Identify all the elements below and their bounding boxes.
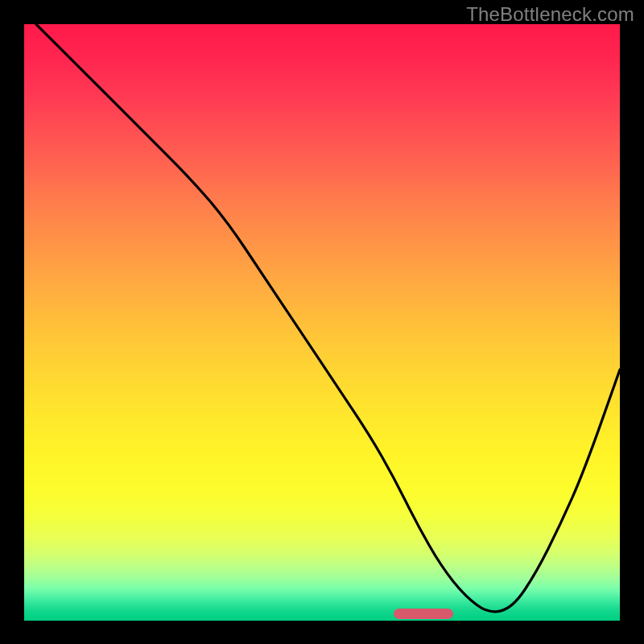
- watermark-text: TheBottleneck.com: [466, 3, 634, 26]
- chart-frame: TheBottleneck.com: [0, 0, 644, 644]
- optimal-range-marker: [394, 609, 453, 619]
- bottleneck-curve: [24, 24, 620, 620]
- plot-area: [24, 24, 620, 620]
